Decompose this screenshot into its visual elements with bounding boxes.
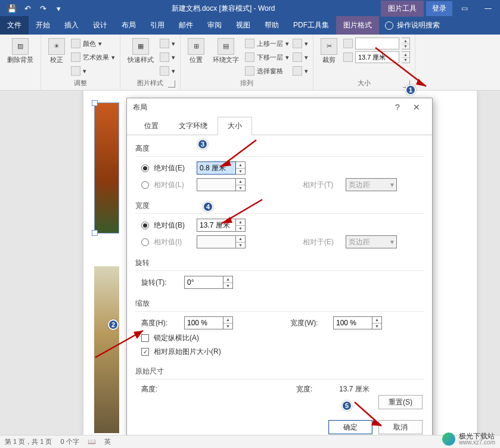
arrow-1	[369, 42, 435, 95]
radio-abs-width[interactable]	[141, 222, 149, 229]
color-icon	[71, 39, 80, 48]
send-backward-button[interactable]: 下移一层 ▾	[245, 51, 289, 64]
radio-rel-width[interactable]	[141, 238, 149, 246]
artistic-effects-button[interactable]: 艺术效果 ▾	[71, 51, 115, 64]
spin-rel-height: ▲▼	[236, 178, 246, 191]
layout-dialog: 布局 ? ✕ 位置 文字环绕 大小 高度 绝对值(E) ▲▼ 相对值(L) ▲▼…	[126, 98, 433, 443]
tab-help[interactable]: 帮助	[257, 16, 286, 35]
spin-scale-width[interactable]: ▲▼	[372, 316, 382, 329]
wrap-label: 环绕文字	[213, 56, 239, 64]
callout-3: 3	[197, 139, 208, 150]
watermark-icon	[442, 433, 455, 446]
section-height: 高度	[135, 140, 424, 157]
tab-home[interactable]: 开始	[29, 16, 57, 35]
group-arrange: 排列	[185, 79, 308, 89]
tab-layout[interactable]: 布局	[114, 16, 143, 35]
tab-picture-format[interactable]: 图片格式	[336, 16, 379, 35]
art-icon	[71, 52, 80, 62]
pic-effects-button[interactable]: ▾	[160, 51, 175, 64]
qat-more-icon[interactable]: ▾	[51, 1, 66, 15]
document-title: 新建文档.docx [兼容模式] - Word	[66, 4, 381, 14]
sel-pane-icon	[245, 66, 254, 76]
tab-file[interactable]: 文件	[0, 16, 29, 35]
quick-access-toolbar: 💾 ↶ ↷ ▾	[0, 1, 66, 15]
tab-pdf-toolkit[interactable]: PDF工具集	[286, 16, 336, 35]
dialog-tab-wrap[interactable]: 文字环绕	[169, 117, 218, 135]
compress-reset-row[interactable]: ▾	[71, 64, 115, 77]
tab-insert[interactable]: 插入	[57, 16, 86, 35]
spin-rotate[interactable]: ▲▼	[223, 276, 233, 289]
rotate-button[interactable]: ▾	[293, 64, 308, 77]
selection-pane-button[interactable]: 选择窗格	[245, 64, 289, 77]
radio-abs-height[interactable]	[141, 164, 149, 172]
remove-bg-icon: ▨	[12, 38, 29, 55]
piclayout-icon	[160, 66, 169, 76]
spin-scale-height[interactable]: ▲▼	[223, 316, 233, 329]
tab-design[interactable]: 设计	[86, 16, 114, 35]
status-bar: 第 1 页，共 1 页 0 个字 📖 英	[0, 435, 500, 448]
tab-view[interactable]: 视图	[229, 16, 257, 35]
dialog-tab-size[interactable]: 大小	[218, 117, 252, 135]
status-spellcheck-icon[interactable]: 📖	[88, 438, 96, 446]
inserted-image-1[interactable]	[94, 102, 119, 234]
styles-launcher-icon[interactable]	[168, 80, 175, 88]
tell-me-search[interactable]: 操作说明搜索	[379, 16, 446, 35]
save-icon[interactable]: 💾	[5, 1, 19, 15]
corrections-button[interactable]: ☀ 校正	[46, 37, 67, 65]
send-back-label: 下移一层	[257, 53, 283, 62]
pic-border-button[interactable]: ▾	[160, 37, 175, 50]
watermark-url: www.xz7.com	[459, 440, 495, 446]
combo-relto-e: 页边距▾	[346, 235, 397, 248]
quick-styles-button[interactable]: ▦ 快速样式	[125, 37, 156, 65]
crop-button[interactable]: ✂ 裁剪	[318, 37, 340, 65]
wrap-text-button[interactable]: ▤ 环绕文字	[210, 37, 241, 65]
redo-icon[interactable]: ↷	[36, 1, 50, 15]
svg-marker-9	[371, 419, 381, 426]
ribbon-options-icon[interactable]: ▭	[452, 0, 476, 17]
arrow-5	[349, 399, 390, 432]
undo-icon[interactable]: ↶	[20, 1, 35, 15]
title-bar: 💾 ↶ ↷ ▾ 新建文档.docx [兼容模式] - Word 图片工具 登录 …	[0, 0, 500, 17]
input-rotate[interactable]	[184, 276, 223, 289]
group-button[interactable]: ▾	[293, 51, 308, 64]
tab-references[interactable]: 引用	[143, 16, 172, 35]
dialog-help-icon[interactable]: ?	[388, 98, 407, 116]
group-picture-styles: 图片样式	[125, 79, 175, 89]
bring-fwd-icon	[245, 39, 254, 48]
value-orig-width: 13.7 厘米	[339, 384, 369, 394]
login-button[interactable]: 登录	[426, 1, 452, 16]
section-scale: 缩放	[135, 295, 424, 312]
dialog-tab-position[interactable]: 位置	[134, 117, 169, 135]
status-language[interactable]: 英	[104, 437, 111, 446]
align-icon	[293, 39, 302, 48]
section-original-size: 原始尺寸	[135, 363, 424, 379]
chevron-down-icon: ▾	[390, 181, 394, 189]
label-orig-height: 高度:	[141, 384, 179, 394]
tell-me-label: 操作说明搜索	[397, 20, 440, 30]
color-button[interactable]: 颜色 ▾	[71, 37, 115, 50]
combo-relto-t: 页边距▾	[346, 178, 397, 191]
position-label: 位置	[190, 56, 203, 64]
height-icon	[343, 39, 353, 48]
watermark: 极光下载站 www.xz7.com	[442, 433, 495, 446]
minimize-icon[interactable]: —	[476, 0, 500, 17]
callout-2: 2	[108, 319, 119, 330]
width-icon	[343, 52, 353, 62]
status-words: 0 个字	[60, 437, 79, 446]
remove-background-button[interactable]: ▨ 删除背景	[5, 37, 36, 65]
section-rotate: 旋转	[135, 254, 424, 271]
align-button[interactable]: ▾	[293, 37, 308, 50]
input-scale-height[interactable]	[184, 316, 223, 329]
input-rel-height	[197, 178, 236, 191]
tab-mailings[interactable]: 邮件	[172, 16, 200, 35]
bring-forward-button[interactable]: 上移一层 ▾	[245, 37, 289, 50]
dialog-close-icon[interactable]: ✕	[407, 98, 426, 116]
radio-rel-height[interactable]	[141, 181, 149, 189]
input-rel-width	[197, 235, 236, 248]
tab-review[interactable]: 审阅	[200, 16, 229, 35]
chevron-down-icon: ▾	[390, 238, 394, 246]
rotate-icon	[293, 66, 302, 76]
pic-layout-button[interactable]: ▾	[160, 64, 175, 77]
input-scale-width[interactable]	[333, 316, 372, 329]
position-button[interactable]: ⊞ 位置	[185, 37, 207, 65]
